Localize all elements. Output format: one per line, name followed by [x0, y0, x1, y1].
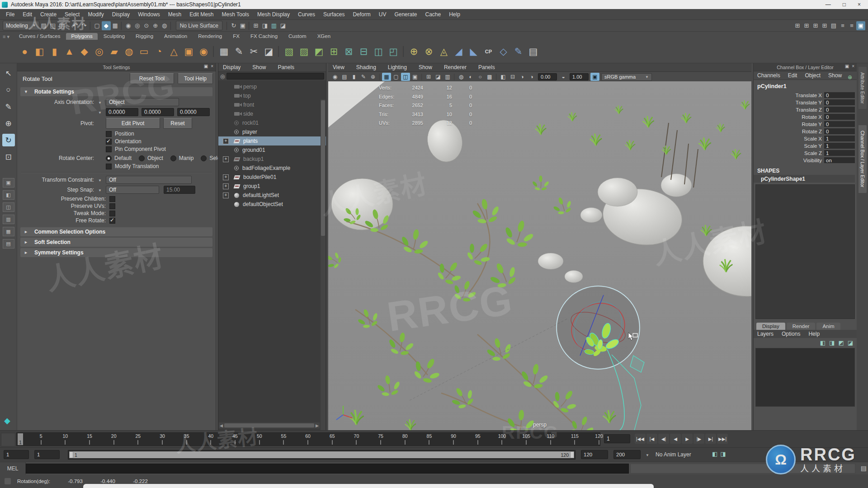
- tool-flag-row[interactable]: Free Rotate:: [17, 217, 216, 224]
- menu-item[interactable]: Cache: [421, 11, 445, 18]
- expand-toggle-icon[interactable]: [223, 138, 229, 144]
- viewport-toolbar-icon[interactable]: ⊕: [368, 73, 377, 81]
- transform-constraint-dropdown[interactable]: Off: [106, 176, 192, 184]
- expand-toggle-icon[interactable]: [223, 183, 229, 189]
- shelf-tool-icon[interactable]: │: [276, 43, 282, 60]
- close-panel-icon[interactable]: ×: [852, 64, 854, 69]
- axis-orientation-caret-icon[interactable]: ▼: [98, 101, 102, 105]
- status-line-icon[interactable]: ◫: [57, 21, 66, 30]
- shelf-tool-icon[interactable]: │: [211, 43, 217, 60]
- toolbox-tool-icon[interactable]: ⊕: [2, 117, 15, 130]
- shelf-tab[interactable]: Sculpting: [99, 33, 130, 40]
- menu-item[interactable]: UV: [375, 11, 391, 18]
- radio-button[interactable]: [139, 155, 145, 161]
- viewport-menu-item[interactable]: Panels: [478, 64, 500, 70]
- pivot-reset-button[interactable]: Reset: [163, 118, 192, 129]
- shelf-tool-icon[interactable]: ◧: [32, 43, 47, 60]
- float-panel-icon[interactable]: ▣: [204, 64, 208, 69]
- shelf-tab[interactable]: Curves / Surfaces: [14, 33, 65, 40]
- playback-control-button[interactable]: |◀◀: [635, 434, 646, 444]
- shelf-tool-icon[interactable]: ⊗: [421, 43, 436, 60]
- viewport-toolbar-icon[interactable]: │: [378, 73, 382, 81]
- outliner-menu-item[interactable]: Panels: [278, 64, 300, 70]
- modify-translation-row[interactable]: Modify Translation: [106, 163, 216, 169]
- gamma-field[interactable]: 1.00: [570, 73, 589, 80]
- tool-flag-row[interactable]: Preserve Children:: [17, 196, 216, 202]
- sidebar-toggle-icon[interactable]: ⊞: [811, 21, 820, 30]
- outliner-node-row[interactable]: side: [218, 109, 326, 118]
- outliner-node-row[interactable]: player: [218, 127, 326, 136]
- tool-flag-row[interactable]: Tweak Mode:: [17, 210, 216, 216]
- channel-value-field[interactable]: 1: [824, 136, 855, 141]
- sidebar-vertical-tab[interactable]: Attribute Editor: [859, 67, 867, 109]
- layout-shortcut-icon[interactable]: ▣: [3, 178, 14, 188]
- collapsed-section-bar[interactable]: ► Symmetry Settings: [20, 248, 212, 257]
- viewport-toolbar-icon[interactable]: ◉: [330, 73, 340, 81]
- shelf-tool-icon[interactable]: ◬: [436, 43, 451, 60]
- frame-ruler[interactable]: 1 5 10 15 20 25 30 35 40 45: [16, 432, 600, 446]
- status-line-icon[interactable]: │: [247, 21, 251, 30]
- exposure-icon[interactable]: ◑: [527, 73, 536, 81]
- scroll-left-icon[interactable]: ◀: [220, 423, 223, 428]
- anim-layer-icon[interactable]: ◧: [712, 450, 717, 457]
- shelf-tool-icon[interactable]: ◪: [261, 43, 276, 60]
- layout-shortcut-icon[interactable]: ▦: [3, 227, 14, 236]
- menu-item[interactable]: Modify: [84, 11, 108, 18]
- command-input[interactable]: [26, 464, 629, 474]
- checkbox[interactable]: [109, 218, 115, 224]
- rotate-axis-value-field[interactable]: 0.0000: [177, 108, 210, 116]
- anim-layer-icon[interactable]: ◨: [720, 450, 726, 457]
- layer-list[interactable]: [755, 348, 855, 407]
- viewport-toolbar-icon[interactable]: ▦: [382, 73, 391, 81]
- sidebar-toggle-icon[interactable]: ▤: [829, 21, 838, 30]
- close-button[interactable]: ×: [858, 1, 861, 8]
- animation-start-field[interactable]: 1: [4, 450, 29, 459]
- colorspace-dropdown[interactable]: sRGB gamma ▼: [601, 73, 652, 81]
- shelf-tool-icon[interactable]: △: [166, 43, 181, 60]
- live-surface-selector[interactable]: No Live Surface: [176, 21, 222, 30]
- expand-toggle-icon[interactable]: [223, 174, 229, 180]
- channel-row[interactable]: Translate Y 0: [754, 99, 855, 106]
- viewport-toolbar-icon[interactable]: │: [495, 73, 498, 81]
- status-line-icon[interactable]: ◨: [260, 21, 269, 30]
- viewport-3d-scene[interactable]: Verts: 2424 12 0 Edges: 4849 16 0 Faces:…: [328, 81, 751, 430]
- status-line-icon[interactable]: ◉: [124, 21, 133, 30]
- channel-box-menu-item[interactable]: Channels: [757, 72, 780, 79]
- outliner-node-row[interactable]: rock01: [218, 118, 326, 127]
- status-line-icon[interactable]: │: [89, 21, 93, 30]
- status-line-icon[interactable]: ▥: [269, 21, 278, 30]
- float-panel-icon[interactable]: ▣: [845, 64, 849, 69]
- outliner-node-row[interactable]: front: [218, 100, 326, 109]
- channel-row[interactable]: Translate X 0: [754, 92, 855, 99]
- shelf-tab[interactable]: Polygons: [66, 33, 97, 40]
- channel-value-field[interactable]: 1: [824, 143, 855, 149]
- shelf-tool-icon[interactable]: │: [401, 43, 406, 60]
- shelf-tool-icon[interactable]: ◢: [451, 43, 466, 60]
- shelf-tool-icon[interactable]: ⊕: [406, 43, 421, 60]
- menu-item[interactable]: Mesh Tools: [218, 11, 253, 18]
- channel-value-field[interactable]: 0: [824, 128, 855, 134]
- toolbox-tool-icon[interactable]: ○: [2, 84, 15, 96]
- range-options-caret-icon[interactable]: ▼: [646, 453, 649, 457]
- menu-item[interactable]: Help: [445, 11, 464, 18]
- shelf-tab[interactable]: FX: [228, 33, 245, 40]
- menu-set-selector[interactable]: Modeling▼: [3, 21, 39, 30]
- create-layer-icon[interactable]: ◪: [848, 339, 853, 346]
- playback-control-button[interactable]: ▶|: [705, 434, 716, 444]
- outliner-node-row[interactable]: defaultObjectSet: [218, 200, 326, 209]
- close-panel-icon[interactable]: ×: [211, 64, 213, 69]
- create-layer-icon[interactable]: ◩: [838, 339, 844, 346]
- status-line-icon[interactable]: ⊙: [142, 21, 151, 30]
- rotate-settings-section[interactable]: ▼ Rotate Settings: [20, 87, 212, 96]
- channel-box-header[interactable]: Channel Box / Layer Editor ▣ ×: [754, 63, 857, 71]
- rotate-center-radio[interactable]: Object: [139, 155, 163, 161]
- playback-control-button[interactable]: |▶: [693, 434, 704, 444]
- viewport-toolbar-icon[interactable]: ⊞: [424, 73, 433, 81]
- status-line-icon[interactable]: ⊞: [251, 21, 260, 30]
- viewport-toolbar-icon[interactable]: ▢: [392, 73, 401, 81]
- transform-constraint-caret-icon[interactable]: ▼: [98, 178, 102, 183]
- channel-row[interactable]: Scale X 1: [754, 135, 855, 142]
- checkbox[interactable]: [109, 196, 115, 202]
- shape-node-row[interactable]: pCylinderShape1: [754, 175, 855, 183]
- viewport-toolbar-icon[interactable]: ○: [476, 73, 485, 81]
